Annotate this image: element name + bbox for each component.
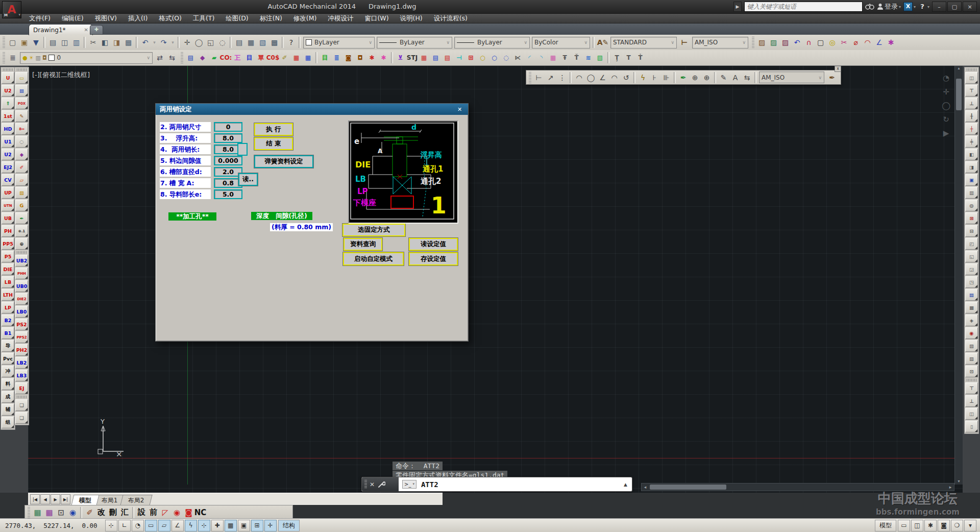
plugin-tool-button[interactable]: ◈ xyxy=(965,315,978,326)
compass[interactable]: ◉ xyxy=(67,506,79,518)
dim-style-icon[interactable]: ⊢ xyxy=(678,37,691,49)
signin-control[interactable]: 登录 ▾ xyxy=(877,2,901,11)
copy[interactable]: ◧ xyxy=(99,37,111,49)
plugin-tool-button[interactable]: UP xyxy=(2,187,14,199)
scrollbar-thumb[interactable] xyxy=(956,79,962,110)
circle-yellow[interactable]: ○ xyxy=(477,52,488,64)
layers-multi[interactable]: ≋ xyxy=(582,52,594,64)
menu-item[interactable]: 修改(M) xyxy=(288,13,323,23)
dim-linear[interactable]: ⊢ xyxy=(533,71,545,83)
dim-continue[interactable]: ⊪ xyxy=(660,71,672,83)
center-mark[interactable]: ⊕ xyxy=(701,71,713,83)
infer[interactable]: ⊹ xyxy=(105,520,117,531)
plugin-tool-button[interactable]: Pvc xyxy=(2,353,14,365)
dim-tolerance[interactable]: ⊕ xyxy=(689,71,701,83)
plugin-tool-button[interactable]: ▨ xyxy=(15,187,28,199)
plugin-tool-button[interactable]: LTH xyxy=(2,289,14,301)
toolbar-grip[interactable] xyxy=(3,37,5,48)
toolbar-grip[interactable] xyxy=(181,52,183,63)
bracket[interactable]: ⋉ xyxy=(512,52,524,64)
list-blue[interactable]: 目 xyxy=(243,52,255,64)
linetype-control[interactable]: ByLayer∨ xyxy=(377,37,452,49)
dual-screen[interactable]: ◫ xyxy=(911,520,923,531)
restore[interactable]: ▢ xyxy=(947,2,962,12)
dim-angular[interactable]: ∠ xyxy=(597,71,608,83)
tab-close-icon[interactable]: ✕ xyxy=(84,27,88,33)
plugin-tool-button[interactable]: ❏ xyxy=(15,399,28,411)
read-button[interactable]: 读.. xyxy=(238,173,258,186)
fix-mode-button[interactable]: 选固定方式 xyxy=(342,224,405,236)
grid-target[interactable]: ⊞ xyxy=(465,52,477,64)
leader[interactable]: ↶ xyxy=(791,37,803,49)
trim-tool[interactable]: ✂ xyxy=(838,37,850,49)
showmotion-icon[interactable]: ▶ xyxy=(943,129,949,138)
model-space-button[interactable]: 模型 xyxy=(875,520,896,531)
menu-item[interactable]: 绘图(D) xyxy=(220,13,254,23)
plugin-tool-button[interactable]: ⊤ xyxy=(965,382,978,394)
plugin-tool-button[interactable]: ▣ xyxy=(965,174,978,186)
vertical-scrollbar[interactable]: ▴ ▾ xyxy=(954,65,963,485)
toolbar-grip[interactable] xyxy=(752,37,754,48)
field-input[interactable]: 5.0 xyxy=(214,189,242,199)
book[interactable]: ▤ xyxy=(185,52,197,64)
zoom-window[interactable]: ◱ xyxy=(205,37,216,49)
navigation-bar[interactable]: ◔ ✛ ◯ ↻ ▶ xyxy=(942,74,950,138)
pin-length-aux-field[interactable] xyxy=(237,143,248,156)
punch-1[interactable]: Ţ xyxy=(611,52,623,64)
stj[interactable]: STJ xyxy=(406,52,418,64)
spring-data-button[interactable]: 弹簧资料设定 xyxy=(254,155,313,168)
lock[interactable]: ◙ xyxy=(342,52,354,64)
pink-grid[interactable]: ▦ xyxy=(547,52,559,64)
plugin-tool-button[interactable]: B1 xyxy=(2,327,14,339)
hatch-2[interactable]: ▨ xyxy=(768,37,779,49)
command-expand-icon[interactable]: ▲ xyxy=(624,482,627,487)
plot-preview[interactable]: ◫ xyxy=(59,37,70,49)
plugin-tool-button[interactable]: ⊕ xyxy=(15,238,28,250)
osnap-angle[interactable]: ∠ xyxy=(172,520,184,531)
dim-ordinate[interactable]: ⋮ xyxy=(556,71,568,83)
plugin-tool-button[interactable]: UB2 xyxy=(15,255,28,267)
plugin-tool-button[interactable]: ▥ xyxy=(965,187,978,199)
toolbar-grip[interactable] xyxy=(28,507,30,518)
menu-item[interactable]: 插入(I) xyxy=(122,13,153,23)
plugin-tool-button[interactable]: PP5 xyxy=(2,238,14,250)
plugin-tool-button[interactable]: ◳ xyxy=(965,276,978,288)
color-control[interactable]: ByLayer∨ xyxy=(303,37,375,49)
field-input[interactable]: 0 xyxy=(214,122,242,132)
plugin-tool-button[interactable]: B2 xyxy=(2,315,14,326)
palette-blue[interactable]: ▦ xyxy=(302,52,314,64)
plugin-tool-button[interactable]: LP xyxy=(2,302,14,313)
menu-item[interactable]: 窗口(W) xyxy=(359,13,394,23)
auto-mode-button[interactable]: 启动自定模式 xyxy=(343,252,404,265)
search-input[interactable] xyxy=(744,2,863,12)
plugin-tool-button[interactable]: UTN xyxy=(2,200,14,211)
plugin-tool-button[interactable]: ◉ xyxy=(965,327,978,339)
punch-2[interactable]: T xyxy=(623,52,634,64)
plugin-tool-button[interactable]: Ǥ xyxy=(15,200,28,211)
layout-tab[interactable]: 模型 xyxy=(71,495,99,505)
save-setting-button[interactable]: 存设定值 xyxy=(409,252,458,265)
menu-item[interactable]: 工具(T) xyxy=(187,13,220,23)
brush[interactable]: ✐ xyxy=(279,52,290,64)
circle-tool[interactable]: ◎ xyxy=(826,37,838,49)
plugin-tool-button[interactable]: 料 xyxy=(2,378,14,390)
snap[interactable]: ∟ xyxy=(118,520,131,531)
plugin-tool-button[interactable]: ⊟ xyxy=(965,225,978,237)
zoom-previous[interactable]: ◌ xyxy=(216,37,228,49)
palette-red[interactable]: ▦ xyxy=(290,52,302,64)
plugin-tool-button[interactable]: ▨ xyxy=(965,353,978,365)
close-icon[interactable]: ✕ xyxy=(370,481,375,488)
co2[interactable]: CO: xyxy=(220,52,232,64)
plugin-tool-button[interactable]: ◨ xyxy=(965,161,978,173)
match-properties[interactable]: ▩ xyxy=(122,37,134,49)
layout-tab[interactable]: 布局2 xyxy=(120,495,152,505)
plugin-tool-button[interactable]: ▦ xyxy=(965,302,978,313)
printer-red[interactable]: ▤ xyxy=(442,52,453,64)
plugin-tool-button[interactable]: PH xyxy=(2,225,14,237)
menu-item[interactable]: 格式(O) xyxy=(153,13,187,23)
dim-edit[interactable]: ✎ xyxy=(718,71,729,83)
menu-item[interactable]: 标注(N) xyxy=(254,13,288,23)
plugin-tool-button[interactable]: LB2 xyxy=(15,357,28,369)
plugin-tool-button[interactable]: EJ xyxy=(15,382,28,394)
search-go-button[interactable]: ▶ xyxy=(733,2,742,12)
